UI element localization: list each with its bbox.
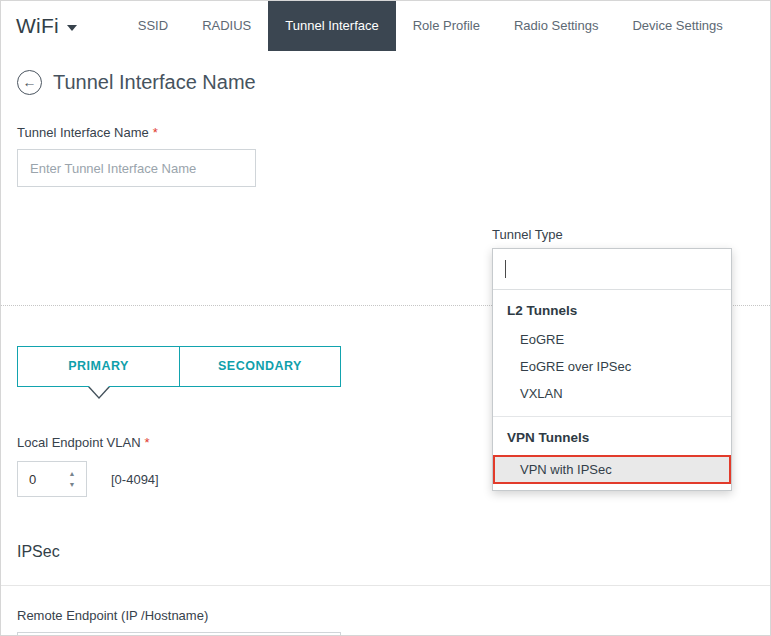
- top-navbar: WiFi SSID RADIUS Tunnel Interface Role P…: [1, 1, 770, 51]
- vlan-label-text: Local Endpoint VLAN: [17, 435, 141, 450]
- stepper-down-icon[interactable]: ▼: [60, 479, 84, 490]
- text-cursor: [505, 260, 506, 278]
- tab-device-settings[interactable]: Device Settings: [615, 1, 739, 51]
- vlan-value-input[interactable]: [18, 462, 60, 496]
- tab-primary[interactable]: PRIMARY: [18, 347, 179, 386]
- stepper-up-icon[interactable]: ▲: [60, 468, 84, 479]
- dropdown-item-eogre[interactable]: EoGRE: [493, 326, 731, 353]
- brand-label: WiFi: [16, 14, 59, 38]
- tunnel-type-dropdown: L2 Tunnels EoGRE EoGRE over IPSec VXLAN …: [492, 248, 732, 491]
- endpoint-tab-group: PRIMARY SECONDARY: [17, 346, 341, 387]
- tab-ssid[interactable]: SSID: [121, 1, 185, 51]
- page-title-row: ← Tunnel Interface Name: [17, 65, 754, 99]
- dropdown-search-area: [493, 249, 731, 290]
- remote-endpoint-input[interactable]: [17, 632, 341, 636]
- ipsec-section-heading: IPSec: [17, 543, 754, 561]
- section-divider: [1, 585, 770, 586]
- tab-secondary-label: SECONDARY: [218, 359, 302, 373]
- nav-tabs: SSID RADIUS Tunnel Interface Role Profil…: [121, 1, 740, 51]
- dropdown-group-l2-tunnels: L2 Tunnels: [493, 290, 731, 326]
- wifi-settings-page: WiFi SSID RADIUS Tunnel Interface Role P…: [0, 0, 771, 636]
- back-button[interactable]: ←: [17, 70, 42, 95]
- dropdown-item-vpn-with-ipsec[interactable]: VPN with IPSec: [493, 455, 731, 484]
- dropdown-item-vxlan[interactable]: VXLAN: [493, 380, 731, 407]
- active-tab-pointer: [88, 387, 110, 399]
- required-asterisk: *: [153, 125, 158, 140]
- required-asterisk: *: [145, 435, 150, 450]
- tab-radio-settings[interactable]: Radio Settings: [497, 1, 616, 51]
- tab-tunnel-interface[interactable]: Tunnel Interface: [268, 1, 395, 51]
- wifi-brand-menu[interactable]: WiFi: [1, 1, 77, 51]
- page-title: Tunnel Interface Name: [53, 71, 256, 94]
- dropdown-item-eogre-over-ipsec[interactable]: EoGRE over IPSec: [493, 353, 731, 380]
- tunnel-type-search-input[interactable]: [493, 249, 731, 289]
- vlan-number-stepper: ▲ ▼: [17, 461, 87, 497]
- tab-primary-label: PRIMARY: [68, 359, 129, 373]
- tunnel-name-input[interactable]: [17, 149, 256, 187]
- tunnel-name-label-text: Tunnel Interface Name: [17, 125, 149, 140]
- stepper-buttons: ▲ ▼: [60, 462, 84, 496]
- dropdown-group-vpn-tunnels: VPN Tunnels: [493, 417, 731, 453]
- tab-secondary[interactable]: SECONDARY: [179, 347, 340, 386]
- vlan-range-hint: [0-4094]: [111, 472, 159, 487]
- caret-down-icon: [67, 25, 77, 31]
- tab-radius[interactable]: RADIUS: [185, 1, 268, 51]
- tunnel-type-label: Tunnel Type: [492, 227, 563, 242]
- remote-endpoint-label: Remote Endpoint (IP /Hostname): [17, 608, 754, 623]
- tunnel-name-label: Tunnel Interface Name*: [17, 125, 754, 140]
- tab-role-profile[interactable]: Role Profile: [396, 1, 497, 51]
- tunnel-form-top: Tunnel Interface Name* Tunnel Type L2 Tu…: [1, 99, 770, 285]
- back-arrow-icon: ←: [23, 75, 37, 89]
